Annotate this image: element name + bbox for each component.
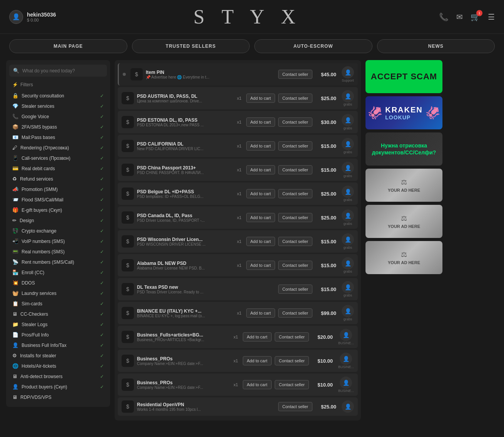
contact-seller-btn-11[interactable]: Contact seller	[275, 332, 309, 342]
sidebar-item-icon-15: 📟	[12, 249, 18, 254]
product-info-pin: Item PIN 📌 Advertise here 🌐 Everytime in…	[146, 70, 275, 79]
add-to-cart-btn-11[interactable]: Add to cart	[243, 332, 272, 342]
contact-seller-btn-pin[interactable]: Contact seller	[278, 70, 312, 79]
ad-placeholder-3[interactable]: ⚖ YOUR AD HERE	[365, 241, 442, 274]
product-info-2: PSD ESTONIA DL, ID, PASS PSD ESTONIA DL …	[137, 117, 232, 127]
sidebar-item-20[interactable]: 📋 Sim-cards ✓	[9, 298, 107, 309]
sidebar-item-16[interactable]: 📡 Rent numbers (SMS/Call) ✓	[9, 257, 107, 267]
sidebar-item-icon-4: 📧	[12, 134, 18, 140]
sidebar-item-7[interactable]: 💳 Real debit cards ✓	[9, 163, 107, 174]
sidebar-item-17[interactable]: 🏪 Enroll (CC) ✓	[9, 267, 107, 278]
contact-seller-btn-7[interactable]: Contact seller	[278, 237, 312, 246]
nav-trusted-sellers[interactable]: TRUSTED SELLERS	[132, 39, 250, 53]
contact-seller-btn-5[interactable]: Contact seller	[278, 189, 312, 198]
check-icon-22: ✓	[100, 322, 104, 327]
check-icon-13: ✓	[100, 228, 104, 234]
sidebar-item-10[interactable]: 📨 Flood SMS/Call/Mail ✓	[9, 194, 107, 205]
contact-seller-btn-8[interactable]: Contact seller	[278, 261, 312, 270]
sidebar-item-label-27: Anti-detect browsers	[20, 374, 62, 379]
sidebar-item-left-15: 📟 Real numbers (SMS)	[12, 249, 65, 254]
sidebar-item-label-23: Pros/Full Info	[22, 332, 49, 338]
product-info-4: PSD China Passport 2013+ PSD CHINE PASSP…	[137, 165, 232, 175]
product-sub-11: Business_PROs+ARTICLES +Backgr...	[137, 338, 229, 342]
add-to-cart-btn-13[interactable]: Add to cart	[243, 380, 272, 389]
phone-icon[interactable]: 📞	[439, 12, 449, 22]
add-to-cart-btn-3[interactable]: Add to cart	[246, 141, 275, 151]
seller-avatar-9: 👤	[342, 281, 354, 293]
sidebar-item-label-1: Stealer services	[22, 104, 54, 109]
add-to-cart-btn-10[interactable]: Add to cart	[246, 308, 275, 318]
contact-seller-btn-6[interactable]: Contact seller	[278, 213, 312, 222]
nav-main-page[interactable]: MAIN PAGE	[9, 39, 127, 53]
add-to-cart-btn-12[interactable]: Add to cart	[243, 356, 272, 365]
product-info-3: PSD CALIFORNIA DL New PSD CALIFORNIA DRI…	[137, 141, 232, 151]
search-input[interactable]	[22, 68, 103, 74]
sidebar-item-icon-26: 🌐	[12, 363, 18, 369]
sidebar-item-18[interactable]: 💥 DDOS ✓	[9, 278, 107, 288]
sidebar-item-26[interactable]: 🌐 Hotels/Air-tickets ✓	[9, 361, 107, 371]
contact-seller-btn-14[interactable]: Contact seller	[278, 402, 312, 411]
sidebar-item-24[interactable]: 👤 Business Full Info/Tax ✓	[9, 340, 107, 350]
sidebar-item-29[interactable]: 🖥 RDP/VDS/VPS	[9, 392, 107, 402]
sidebar-item-13[interactable]: 💱 Crypto exchange ✓	[9, 226, 107, 236]
product-icon-9: $	[122, 283, 134, 295]
add-to-cart-btn-4[interactable]: Add to cart	[246, 165, 275, 174]
product-qty-1: x1	[237, 96, 242, 100]
contact-seller-btn-13[interactable]: Contact seller	[275, 380, 309, 389]
ad-accept-scam[interactable]: ACCEPT SCAM	[365, 60, 442, 93]
ad-placeholder-1[interactable]: ⚖ YOUR AD HERE	[365, 169, 442, 202]
menu-icon[interactable]: ☰	[488, 12, 495, 22]
sidebar-item-23[interactable]: 📄 Pros/Full Info ✓	[9, 330, 107, 340]
cart-icon[interactable]: 🛒 1	[471, 12, 480, 22]
product-title-12: Business_PROs	[137, 356, 229, 362]
sidebar-item-3[interactable]: 📦 2FA/SMS bypass ✓	[9, 122, 107, 132]
sidebar-item-27[interactable]: 🖥 Anti-detect browsers ✓	[9, 371, 107, 382]
contact-seller-btn-12[interactable]: Contact seller	[275, 356, 309, 365]
sidebar-item-11[interactable]: 🎁 E-gift buyers (Скуп) ✓	[9, 205, 107, 215]
seller-label-7: grabs	[344, 246, 352, 249]
search-box[interactable]: 🔍	[9, 65, 107, 77]
contact-seller-btn-10[interactable]: Contact seller	[278, 308, 312, 318]
product-sub-7: PSD WISCONSIN DRIVER LICENSE ...	[137, 242, 232, 246]
sidebar-item-icon-22: 📁	[12, 321, 18, 327]
sidebar-item-15[interactable]: 📟 Real numbers (SMS) ✓	[9, 246, 107, 257]
sidebar-item-14[interactable]: 📲 VoIP numbers (SMS) ✓	[9, 236, 107, 246]
add-to-cart-btn-2[interactable]: Add to cart	[246, 117, 275, 127]
check-icon-23: ✓	[100, 332, 104, 338]
sidebar-item-8[interactable]: ♻ Refund services ✓	[9, 174, 107, 184]
nav-news[interactable]: NEWS	[377, 39, 495, 53]
ad-placeholder-2[interactable]: ⚖ YOUR AD HERE	[365, 205, 442, 238]
add-to-cart-btn-5[interactable]: Add to cart	[246, 189, 275, 198]
add-to-cart-btn-7[interactable]: Add to cart	[246, 237, 275, 246]
sidebar-item-0[interactable]: 🔒 Security consultation ✓	[9, 90, 107, 101]
sidebar-item-4[interactable]: 📧 Mail:Pass bases ✓	[9, 132, 107, 142]
add-to-cart-btn-6[interactable]: Add to cart	[246, 213, 275, 222]
ad-drawing[interactable]: Нужна отрисовка документов/CC/Селфи?	[365, 132, 442, 166]
sidebar-item-2[interactable]: 📞 Google Voice ✓	[9, 111, 107, 122]
sidebar-item-left-20: 📋 Sim-cards	[12, 301, 42, 306]
sidebar-item-22[interactable]: 📁 Stealer Logs ✓	[9, 319, 107, 330]
sidebar-item-6[interactable]: 📱 Call-services (Прозвон) ✓	[9, 153, 107, 163]
ad-kraken[interactable]: 🦑 KRAKEN LOOKUP 🦑	[365, 96, 442, 129]
nav-auto-escrow[interactable]: AUTO-ESCROW	[254, 39, 372, 53]
sidebar-item-9[interactable]: 📣 Promotion (SMM) ✓	[9, 184, 107, 194]
contact-seller-btn-4[interactable]: Contact seller	[278, 165, 312, 174]
sidebar-item-19[interactable]: 🧺 Laundry services ✓	[9, 288, 107, 298]
contact-seller-btn-9[interactable]: Contact seller	[278, 285, 312, 294]
sidebar-item-1[interactable]: 💎 Stealer services ✓	[9, 101, 107, 111]
sidebar-item-5[interactable]: 🖊 Rendering (Отрисовка) ✓	[9, 142, 107, 153]
add-to-cart-btn-1[interactable]: Add to cart	[246, 94, 275, 103]
contact-seller-btn-2[interactable]: Contact seller	[278, 117, 312, 127]
seller-label-10: grabs	[344, 317, 352, 321]
sidebar-item-label-2: Google Voice	[22, 114, 49, 119]
mail-icon[interactable]: ✉	[456, 12, 463, 22]
filter-label: ⚡ Filters	[9, 80, 107, 90]
sidebar-item-21[interactable]: 🖥 CC-Checkers ✓	[9, 309, 107, 319]
sidebar-item-28[interactable]: 👤 Product buyers (Скуп) ✓	[9, 382, 107, 392]
sidebar-item-12[interactable]: ✏ Design ✓	[9, 215, 107, 226]
add-to-cart-btn-8[interactable]: Add to cart	[246, 261, 275, 270]
contact-seller-btn-1[interactable]: Contact seller	[278, 94, 312, 103]
check-icon-4: ✓	[100, 135, 104, 140]
sidebar-item-25[interactable]: ⚙ Installs for stealer ✓	[9, 350, 107, 361]
contact-seller-btn-3[interactable]: Contact seller	[278, 141, 312, 151]
